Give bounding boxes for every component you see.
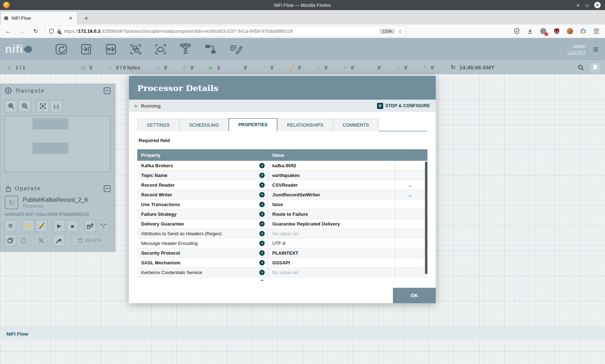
go-to-controller-service-icon[interactable]: → xyxy=(407,182,412,188)
tab-close-icon[interactable]: ✕ xyxy=(67,15,74,22)
window-close-icon[interactable]: × xyxy=(594,2,601,8)
ok-button[interactable]: OK xyxy=(393,288,436,303)
tracking-shield-icon[interactable] xyxy=(49,28,54,34)
property-row: Security Protocol?PLAINTEXT xyxy=(137,248,427,258)
collapse-operate-icon[interactable] xyxy=(104,185,111,192)
processor-icon[interactable] xyxy=(53,41,70,57)
properties-table: Property Value Kafka Brokers?kafka:9092T… xyxy=(137,149,427,281)
refresh-icon[interactable]: ↻ xyxy=(451,64,456,71)
breadcrumb-root-link[interactable]: NiFi Flow xyxy=(6,331,28,337)
enable-button[interactable]: ⚡ xyxy=(22,220,34,232)
collapse-navigate-icon[interactable] xyxy=(104,87,111,94)
status-locally-modified-stale-versioned: !0 xyxy=(395,65,407,70)
property-name: SASL Mechanism xyxy=(141,260,259,265)
connection-lock-icon[interactable] xyxy=(57,29,61,34)
property-value: UTF-8 xyxy=(272,241,286,246)
navigate-title: Navigate xyxy=(15,87,45,94)
tab-properties[interactable]: PROPERTIES xyxy=(229,118,277,131)
pinwheel-extension-icon[interactable] xyxy=(580,28,587,35)
help-icon[interactable]: ? xyxy=(259,192,265,197)
url-text[interactable]: https://172.18.0.3:32558/nifi/?processGr… xyxy=(64,28,377,34)
status-queued: ≡0 / 0 bytes xyxy=(107,65,140,70)
help-icon[interactable]: ? xyxy=(259,211,265,217)
property-value: Guarantee Replicated Delivery xyxy=(272,221,340,227)
back-button[interactable]: ← xyxy=(3,28,14,35)
banned-icon: ⊘ xyxy=(182,65,188,70)
downloads-icon[interactable] xyxy=(527,28,533,35)
birdseye-minimap[interactable] xyxy=(5,116,111,172)
reload-button[interactable]: ↻ xyxy=(30,28,41,35)
check-icon: ✓ xyxy=(315,65,321,70)
copy-button[interactable] xyxy=(5,234,16,246)
help-icon[interactable]: ? xyxy=(259,202,265,207)
zoom-out-button[interactable] xyxy=(18,100,31,112)
help-icon[interactable]: ? xyxy=(259,182,265,188)
zoom-fit-button[interactable] xyxy=(36,100,49,112)
processor-details-dialog: Processor Details ▶ Running ⚙ STOP & CON… xyxy=(129,76,436,303)
ublock-origin-icon[interactable] xyxy=(554,28,560,35)
zoom-level-badge[interactable]: 120% xyxy=(380,28,395,34)
protections-shield-icon[interactable] xyxy=(514,28,520,35)
grid-icon: ▦ xyxy=(80,65,86,70)
logout-link[interactable]: LOG OUT xyxy=(568,50,586,56)
exclamation-icon: ! xyxy=(395,65,401,70)
label-icon[interactable] xyxy=(227,41,244,57)
status-disabled-components: ⚡0 xyxy=(288,65,301,70)
browser-tab[interactable]: NiFi Flow ✕ xyxy=(1,12,77,24)
window-minimize-icon[interactable]: ∨ xyxy=(576,3,580,8)
tab-comments[interactable]: COMMENTS xyxy=(333,118,379,131)
template-icon[interactable] xyxy=(202,41,219,57)
url-bar[interactable]: https://172.18.0.3:32558/nifi/?processGr… xyxy=(46,26,405,36)
process-group-icon[interactable] xyxy=(127,41,144,57)
tab-settings[interactable]: SETTINGS xyxy=(137,118,179,131)
zoom-actual-size-button[interactable]: |:| xyxy=(50,100,63,112)
help-icon[interactable]: ? xyxy=(259,231,265,236)
help-icon[interactable]: ? xyxy=(259,260,265,265)
configuration-button[interactable]: ⚙ xyxy=(5,220,16,232)
status-count: 0 / 0 bytes xyxy=(116,65,140,70)
status-invalid-components: ⚠0 xyxy=(261,65,273,70)
flow-canvas[interactable]: Navigate |:| xyxy=(0,74,605,364)
help-icon[interactable]: ? xyxy=(259,241,265,246)
new-window-panel-icon[interactable] xyxy=(590,63,600,73)
property-name: Attributes to Send as Headers (Regex) xyxy=(141,231,259,236)
stop-button[interactable]: ■ xyxy=(67,220,78,232)
firefox-menu-icon[interactable]: ☰ xyxy=(593,27,599,35)
help-icon[interactable]: ? xyxy=(259,173,265,178)
start-button[interactable]: ▶ xyxy=(53,220,65,232)
status-count: 2 xyxy=(217,65,220,70)
forward-button[interactable]: → xyxy=(17,28,27,35)
table-scrollbar[interactable] xyxy=(425,161,427,274)
bookmark-star-icon[interactable]: ☆ xyxy=(398,28,403,35)
funnel-icon[interactable] xyxy=(177,41,194,57)
help-icon[interactable]: ? xyxy=(259,270,265,275)
tab-relationships[interactable]: RELATIONSHIPS xyxy=(277,118,333,131)
help-icon[interactable]: ? xyxy=(259,280,265,281)
tab-title: NiFi Flow xyxy=(12,15,67,21)
output-port-icon[interactable] xyxy=(102,41,120,57)
stop-and-configure-button[interactable]: ⚙ STOP & CONFIGURE xyxy=(377,103,430,109)
status-locally-modified-versioned: ∗0 xyxy=(342,65,354,70)
fill-color-brush-button[interactable] xyxy=(53,234,64,246)
cluster-icon: ◈ xyxy=(6,65,12,70)
window-maximize-icon[interactable]: ◇ xyxy=(585,3,589,8)
new-tab-button[interactable]: + xyxy=(81,14,91,22)
zoom-in-button[interactable] xyxy=(5,100,17,112)
remote-process-group-icon[interactable] xyxy=(152,41,169,57)
go-to-controller-service-icon[interactable]: → xyxy=(407,192,412,198)
cookie-extension-icon[interactable] xyxy=(567,28,573,35)
property-row: Message Header Encoding?UTF-8 xyxy=(137,238,427,248)
input-port-icon[interactable] xyxy=(77,41,95,57)
disable-button[interactable]: ⚡ xyxy=(36,220,47,232)
nifi-global-menu-icon[interactable]: ≡ xyxy=(593,45,599,54)
help-icon[interactable]: ? xyxy=(259,221,265,227)
help-icon[interactable]: ? xyxy=(259,163,265,168)
property-name: Topic Name xyxy=(141,173,259,178)
compass-icon xyxy=(5,87,12,94)
tab-scheduling[interactable]: SCHEDULING xyxy=(179,118,229,131)
properties-table-header: Property Value xyxy=(137,149,427,161)
search-icon[interactable] xyxy=(578,64,584,71)
help-icon[interactable]: ? xyxy=(259,250,265,256)
extension-icon[interactable] xyxy=(540,28,547,35)
create-template-button[interactable] xyxy=(84,220,96,232)
